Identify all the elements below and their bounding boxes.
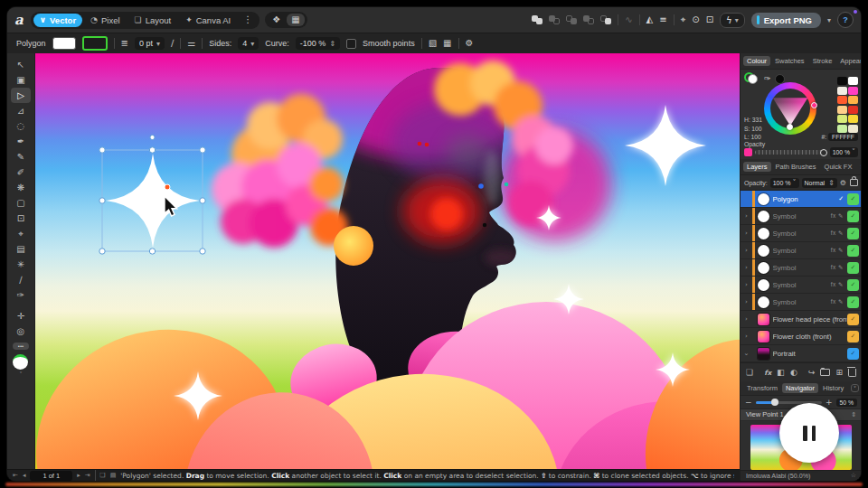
boolean-combine-icon[interactable] [600, 15, 611, 24]
layer-thumbnail[interactable] [758, 193, 769, 205]
colour-swatch-4[interactable] [837, 96, 847, 104]
gear-icon[interactable]: ⚙ [466, 39, 474, 48]
colour-swatch-2[interactable] [837, 87, 847, 95]
layer-thumbnail[interactable] [758, 279, 769, 291]
persona-tab-pixel[interactable]: ◔Pixel [84, 14, 126, 27]
layer-thumbnail[interactable] [758, 348, 769, 360]
layer-expand-chevron[interactable]: › [741, 298, 752, 305]
layer-expand-chevron[interactable]: › [741, 315, 752, 323]
marquee-tool[interactable]: ⊡ [11, 211, 31, 226]
layer-row-symbol[interactable]: ›Symbolfx ✎✓ [741, 225, 861, 242]
export-options-chevron[interactable]: ▾ [827, 16, 831, 24]
picture-frame-tool[interactable]: ▤ [11, 241, 31, 257]
contour-tool[interactable]: ⊿ [11, 103, 31, 118]
selection-box-icon[interactable]: ▧ [429, 39, 437, 48]
layer-settings-gear-icon[interactable]: ⚙ [840, 179, 846, 187]
layer-expand-chevron[interactable]: › [741, 247, 752, 254]
move-inside-icon[interactable]: ↪ [808, 368, 816, 377]
persona-tab-layout[interactable]: ❏Layout [128, 14, 178, 27]
colour-swatch-10[interactable] [837, 125, 847, 133]
tab-navigator[interactable]: Navigator [782, 383, 818, 393]
tab-path-brushes[interactable]: Path Brushes [772, 162, 820, 172]
symbol-tool[interactable]: ✳ [11, 257, 31, 272]
colour-swatch-1[interactable] [848, 77, 858, 85]
mask-icon[interactable]: ◧ [777, 368, 785, 377]
persona-tab-vector[interactable]: ∨Vector [33, 14, 82, 27]
tab-styles[interactable]: Styles [856, 162, 861, 172]
current-colour-chip[interactable] [744, 148, 752, 156]
tab-history[interactable]: History [819, 383, 847, 393]
move-tool[interactable]: ↖ [11, 57, 31, 72]
curve-node-handle[interactable] [165, 184, 170, 190]
layer-thumbnail[interactable] [758, 331, 769, 343]
layer-expand-chevron[interactable]: › [741, 264, 752, 271]
layer-expand-chevron[interactable]: ⌄ [741, 350, 752, 357]
insert-target-icon[interactable]: ⊡ [706, 15, 713, 24]
pen-tool[interactable]: ✒ [11, 134, 31, 149]
shape-tool[interactable]: ▢ [11, 195, 31, 211]
edit-all-layers-icon[interactable]: ❏ [746, 368, 753, 377]
colour-swatch-6[interactable] [837, 106, 847, 114]
boolean-intersect-icon[interactable] [566, 15, 577, 24]
vector-brush-tool[interactable]: ✐ [11, 164, 31, 180]
rotation-handle[interactable] [150, 135, 155, 139]
favourite-star-icon[interactable]: ☆ [851, 472, 856, 479]
layer-visibility-badge[interactable]: ✓ [847, 228, 859, 239]
boolean-add-icon[interactable] [532, 15, 542, 24]
layer-visibility-badge[interactable]: ✓ [847, 331, 859, 343]
pages-icon[interactable]: ❏ [99, 472, 105, 479]
boolean-subtract-icon[interactable] [549, 15, 560, 24]
snap-grid-icon[interactable]: ▦ [443, 39, 451, 48]
pan-tool[interactable]: ✛ [11, 308, 31, 324]
layer-fx-icons[interactable]: fx ✎ [831, 264, 844, 271]
layer-thumbnail[interactable] [758, 228, 769, 239]
layer-expand-chevron[interactable]: › [741, 212, 752, 220]
colour-swatch-0[interactable] [837, 77, 847, 85]
persona-tab-canva-ai[interactable]: ✦Canva AI [179, 14, 237, 27]
tab-stroke[interactable]: Stroke [809, 56, 836, 66]
adjustment-icon[interactable]: ◐ [790, 368, 797, 377]
sides-select[interactable]: 4 ▾ [238, 37, 259, 50]
layer-row-portrait[interactable]: ⌄Portrait✓ [741, 345, 861, 362]
fx-icon[interactable]: fx [764, 369, 771, 377]
zoom-out-button[interactable]: − [745, 399, 752, 407]
layer-thumbnail[interactable] [758, 296, 769, 308]
layer-thumbnail[interactable] [758, 245, 769, 257]
layer-expand-chevron[interactable]: › [741, 281, 752, 288]
tab-swatches[interactable]: Swatches [771, 56, 808, 66]
snapping-icon[interactable]: ⊙ [692, 15, 699, 24]
layer-visibility-badge[interactable]: ✓ [847, 296, 859, 308]
layer-fx-icons[interactable]: fx ✎ [831, 212, 844, 220]
boolean-divide-icon[interactable] [583, 15, 594, 24]
document-canvas[interactable] [35, 53, 740, 469]
layer-fx-icons[interactable]: fx ✎ [831, 230, 844, 237]
picked-colour-well[interactable] [775, 74, 785, 84]
prev-page-button[interactable]: ◂ [23, 472, 26, 479]
colour-picker-tool[interactable]: ✑ [11, 287, 31, 303]
delete-layer-icon[interactable] [848, 369, 856, 377]
tab-quick-fx[interactable]: Quick FX [821, 162, 856, 172]
pause-overlay-button[interactable] [779, 403, 839, 463]
new-group-icon[interactable] [820, 369, 830, 376]
node-tool[interactable]: ▷ [11, 88, 31, 103]
sliders-icon[interactable]: ⚌ [187, 39, 195, 48]
layer-row-symbol[interactable]: ›Symbolfx ✎✓ [741, 259, 861, 277]
lock-icon[interactable] [850, 179, 858, 186]
layer-row-symbol[interactable]: ›Symbolfx ✎✓ [741, 242, 861, 259]
help-button[interactable]: ? [837, 12, 854, 28]
colour-swatch-7[interactable] [848, 106, 858, 114]
tab-layers[interactable]: Layers [743, 162, 771, 172]
layer-visibility-badge[interactable]: ✓ [847, 262, 859, 274]
zoom-value[interactable]: 50 % [836, 399, 858, 407]
more-tools-button[interactable]: ••• [13, 343, 29, 350]
transform-tool[interactable]: ⌖ [11, 226, 31, 241]
stroke-colour-swatch[interactable] [82, 36, 108, 51]
fill-stroke-colour-indicator[interactable] [13, 354, 28, 370]
stroke-width-select[interactable]: 0 pt ▾ [135, 37, 165, 50]
layer-visibility-badge[interactable]: ✓ [847, 348, 859, 360]
tab-transform[interactable]: Transform [743, 383, 781, 393]
opacity-slider[interactable] [755, 150, 827, 155]
stroke-style-icon[interactable]: ≣ [121, 39, 128, 48]
blend-mode-select[interactable]: Normal⇕ [802, 178, 837, 188]
eyedropper-icon[interactable]: ✑ [764, 74, 771, 83]
